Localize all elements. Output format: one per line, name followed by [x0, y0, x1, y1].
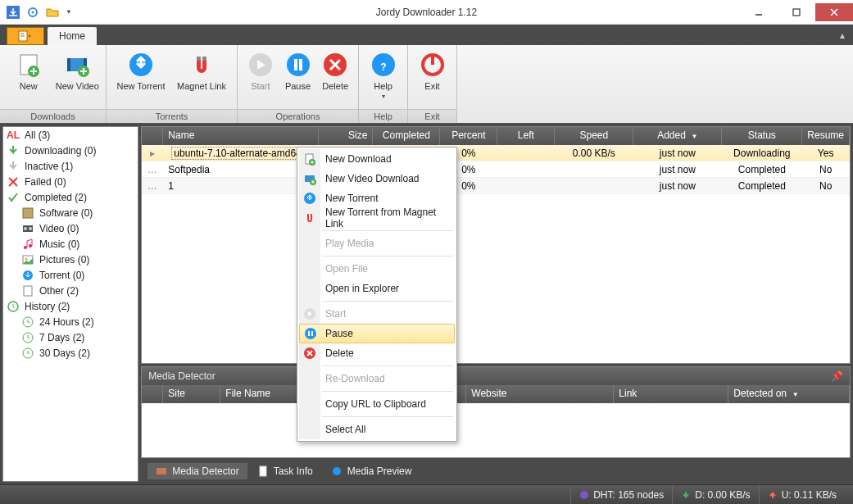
svg-rect-36	[24, 286, 32, 296]
col-website[interactable]: Website	[466, 385, 614, 403]
ctx-pause[interactable]: Pause	[299, 324, 455, 343]
svg-point-18	[287, 53, 310, 76]
ctx-select-all[interactable]: Select All	[299, 420, 455, 439]
downloads-header: Name Size Completed Percent Left Speed A…	[142, 127, 850, 145]
ctx-new-torrent[interactable]: New Torrent	[299, 188, 455, 208]
col-left[interactable]: Left	[497, 127, 555, 145]
tab-task-info[interactable]: Task Info	[249, 463, 321, 479]
ctx-new-video-download[interactable]: New Video Download	[299, 169, 455, 188]
delete-button[interactable]: Delete	[317, 48, 353, 106]
svg-rect-20	[299, 59, 302, 70]
sidebar-item-all[interactable]: ALLAll (3)	[3, 127, 138, 143]
new-torrent-button[interactable]: New Torrent	[111, 48, 170, 106]
svg-point-45	[580, 491, 588, 499]
tab-media-preview[interactable]: Media Preview	[323, 463, 420, 479]
new-video-button[interactable]: New Video	[54, 48, 102, 106]
media-icon	[156, 465, 167, 477]
svg-rect-19	[294, 59, 297, 70]
dht-icon	[579, 490, 589, 500]
svg-rect-11	[67, 58, 70, 71]
col-link[interactable]: Link	[614, 385, 728, 403]
folder-icon[interactable]	[46, 6, 59, 19]
sidebar-item-software[interactable]: Software (0)	[3, 205, 138, 220]
statusbar: DHT: 165 nodes D: 0.00 KB/s U: 0.11 KB/s	[0, 484, 853, 504]
ctx-open-explorer[interactable]: Open in Explorer	[299, 279, 455, 298]
torrent-icon	[21, 269, 34, 282]
music-icon	[21, 238, 34, 251]
video-icon	[21, 222, 34, 235]
sidebar-item-downloading[interactable]: Downloading (0)	[3, 143, 138, 158]
tab-home[interactable]: Home	[48, 27, 97, 45]
pause-button[interactable]: Pause	[280, 48, 316, 106]
start-button[interactable]: Start	[243, 48, 279, 106]
help-button[interactable]: ? Help ▾	[364, 48, 402, 106]
magnet-link-button[interactable]: Magnet Link	[172, 48, 231, 106]
up-arrow-icon	[768, 490, 778, 500]
ribbon-group-exit: Exit	[408, 109, 456, 123]
sidebar-item-completed[interactable]: Completed (2)	[3, 189, 138, 205]
col-percent[interactable]: Percent	[440, 127, 497, 145]
media-detector-panel: Media Detector 📌 Site File Name Website …	[141, 366, 851, 458]
svg-rect-53	[308, 331, 310, 336]
new-download-button[interactable]: New	[5, 48, 52, 106]
col-speed[interactable]: Speed	[555, 127, 633, 145]
col-name[interactable]: Name	[163, 127, 319, 145]
sidebar-item-inactive[interactable]: Inactive (1)	[3, 158, 138, 174]
table-row[interactable]: ▸ ubuntu-7.10-alternate-amd64.iso 693.79…	[142, 145, 850, 161]
media-detector-title: Media Detector	[148, 370, 215, 382]
file-menu-button[interactable]	[7, 27, 44, 45]
svg-rect-27	[23, 208, 33, 218]
ribbon-tab-strip: Home ▴	[0, 25, 853, 45]
torrent-icon	[303, 192, 316, 205]
ctx-redownload: Re-Download	[299, 369, 455, 388]
maximize-button[interactable]	[778, 3, 815, 21]
col-site[interactable]: Site	[163, 385, 220, 403]
pin-icon[interactable]: 📌	[831, 370, 843, 382]
table-row[interactable]: … Softpedia 0% just now Completed No	[142, 161, 850, 178]
ribbon-collapse-button[interactable]: ▴	[840, 30, 845, 41]
sidebar-item-pictures[interactable]: Pictures (0)	[3, 252, 138, 267]
sidebar-item-failed[interactable]: Failed (0)	[3, 174, 138, 189]
col-status[interactable]: Status	[722, 127, 802, 145]
film-plus-icon	[303, 172, 316, 185]
sidebar-item-30d[interactable]: 30 Days (2)	[3, 345, 138, 361]
svg-rect-43	[260, 466, 266, 476]
ctx-play-media: Play Media	[299, 234, 455, 253]
dropdown-arrow-icon[interactable]: ▼	[66, 8, 72, 16]
ctx-delete[interactable]: Delete	[299, 343, 455, 363]
col-completed[interactable]: Completed	[373, 127, 440, 145]
sidebar-item-music[interactable]: Music (0)	[3, 236, 138, 252]
col-size[interactable]: Size	[319, 127, 373, 145]
tab-media-detector[interactable]: Media Detector	[147, 463, 247, 479]
col-resume[interactable]: Resume	[802, 127, 850, 145]
close-button[interactable]	[815, 3, 853, 21]
sidebar-item-video[interactable]: Video (0)	[3, 220, 138, 236]
status-dht: DHT: 165 nodes	[570, 485, 672, 504]
download-arrow-icon	[7, 144, 20, 157]
ctx-new-torrent-magnet[interactable]: New Torrent from Magnet Link	[299, 208, 455, 228]
sidebar-item-history[interactable]: History (2)	[3, 298, 138, 314]
gear-icon[interactable]	[26, 6, 39, 19]
ribbon-group-downloads: Downloads	[0, 109, 106, 123]
svg-point-30	[29, 227, 32, 230]
down-arrow-icon	[681, 490, 691, 500]
exit-button[interactable]: Exit	[413, 48, 451, 106]
minimize-button[interactable]	[740, 3, 778, 21]
sidebar-item-other[interactable]: Other (2)	[3, 283, 138, 298]
svg-rect-16	[202, 57, 206, 61]
play-icon	[303, 307, 316, 320]
ctx-new-download[interactable]: New Download	[299, 149, 455, 169]
pause-icon	[304, 327, 317, 340]
check-icon	[7, 191, 20, 204]
col-detected[interactable]: Detected on ▼	[728, 385, 850, 403]
ribbon-group-help: Help	[359, 109, 407, 123]
sidebar-item-24h[interactable]: 24 Hours (2)	[3, 314, 138, 329]
col-added[interactable]: Added ▼	[633, 127, 722, 145]
sidebar-item-torrent[interactable]: Torrent (0)	[3, 267, 138, 283]
ctx-copy-url[interactable]: Copy URL to Clipboard	[299, 394, 455, 414]
picture-icon	[21, 253, 34, 266]
svg-text:ALL: ALL	[7, 129, 20, 141]
bottom-tabs: Media Detector Task Info Media Preview	[141, 461, 851, 482]
sidebar-item-7d[interactable]: 7 Days (2)	[3, 329, 138, 345]
table-row[interactable]: … 1 0% just now Completed No	[142, 178, 850, 194]
